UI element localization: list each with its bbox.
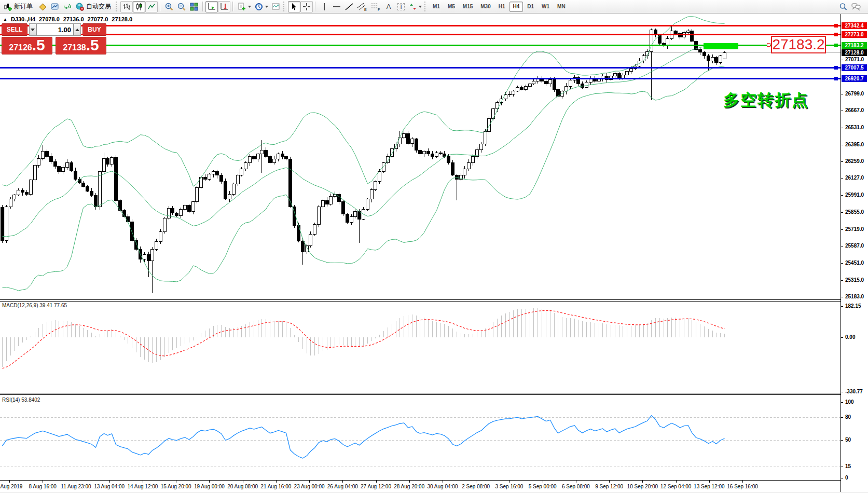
timeframe-button-M5[interactable]: M5 — [444, 2, 459, 12]
periods-dropdown-caret — [265, 6, 268, 8]
current-price-badge: 27128.0 — [842, 49, 867, 56]
sell-button[interactable]: SELL — [2, 23, 27, 36]
rsi-label: RSI(14) 53.8402 — [2, 397, 40, 403]
time-axis[interactable]: 7 Aug 20198 Aug 16:0011 Aug 23:0013 Aug … — [0, 481, 841, 492]
timeframe-button-M15[interactable]: M15 — [459, 2, 476, 12]
indicators-dropdown-caret — [248, 6, 251, 8]
market-watch-button[interactable] — [49, 1, 61, 12]
toolbar-grip[interactable] — [424, 2, 427, 11]
toolbar-grip[interactable] — [283, 2, 286, 11]
line-chart-button[interactable] — [145, 1, 158, 12]
rsi-panel-chart — [0, 395, 841, 480]
new-order-button[interactable]: 新订单 — [2, 1, 36, 12]
timeframe-button-W1[interactable]: W1 — [538, 2, 553, 12]
price-tick-label: 25183.0 — [845, 294, 864, 299]
toolbar-separator — [315, 2, 316, 11]
timeframe-button-M1[interactable]: M1 — [429, 2, 444, 12]
time-tick-mark — [109, 481, 110, 483]
cursor-tool-button[interactable] — [288, 1, 300, 12]
zoom-out-icon — [177, 2, 186, 11]
autotrading-label: 自动交易 — [86, 2, 111, 11]
timeframe-button-M30[interactable]: M30 — [477, 2, 494, 12]
indicators-button[interactable] — [236, 1, 253, 12]
zoom-in-button[interactable] — [163, 1, 175, 12]
periods-icon — [254, 2, 264, 11]
trendline-tool-button[interactable] — [343, 1, 355, 12]
price-tick-label: 25991.0 — [845, 192, 864, 198]
text-label-letter: T — [397, 3, 405, 10]
sell-price-button[interactable]: 27126 .5 — [2, 37, 52, 54]
fibonacci-tool-button[interactable]: F — [369, 1, 382, 12]
candles-chart-button[interactable] — [133, 1, 145, 12]
time-tick-mark — [676, 481, 677, 483]
price-tick-label: 26395.0 — [845, 142, 864, 147]
equidistant-channel-tool-button[interactable]: E — [355, 1, 369, 12]
chart-title: ▲ DJ30-,H4 27078.0 27136.0 27077.0 27128… — [3, 16, 132, 22]
buy-price-button[interactable]: 27138 .5 — [56, 37, 106, 54]
metaeditor-button[interactable] — [36, 1, 49, 12]
templates-button[interactable] — [270, 1, 282, 12]
axis-tick-mark — [841, 467, 843, 467]
rsi-splitter[interactable] — [0, 393, 866, 395]
timeframe-button-D1[interactable]: D1 — [523, 2, 538, 12]
time-tick-mark — [43, 481, 43, 483]
volume-field[interactable]: 1.00 — [36, 23, 74, 36]
axis-tick-mark — [841, 280, 843, 281]
text-tool-button[interactable]: A — [382, 1, 395, 12]
buy-button[interactable]: BUY — [82, 23, 106, 36]
time-tick-mark — [509, 481, 509, 483]
axis-tick-mark — [841, 306, 843, 307]
timeframe-button-H1[interactable]: H1 — [495, 2, 509, 12]
zoom-out-button[interactable] — [175, 1, 188, 12]
price-tick-label: 26531.0 — [845, 125, 864, 130]
price-line-badge: 27273.0 — [842, 31, 867, 38]
buy-price-frac: .5 — [86, 37, 99, 53]
signals-button[interactable] — [61, 1, 74, 12]
chart-shift-button[interactable] — [218, 1, 230, 12]
candlestick-chart — [0, 15, 841, 299]
time-tick-mark — [543, 481, 543, 483]
volume-increase-button[interactable] — [74, 23, 81, 36]
axis-tick-mark — [841, 229, 843, 230]
tile-windows-icon — [189, 2, 199, 11]
time-tick-mark — [243, 481, 243, 483]
one-click-collapse-toggle[interactable]: ▲ — [3, 17, 7, 22]
auto-scroll-button[interactable] — [205, 1, 218, 12]
price-axis[interactable]: 27071.026799.026667.026531.026395.026259… — [841, 14, 868, 492]
channel-letter: E — [364, 8, 367, 11]
axis-tick-mark — [841, 297, 843, 297]
tile-windows-button[interactable] — [188, 1, 200, 12]
axis-tick-mark — [841, 111, 843, 111]
chat-button[interactable] — [849, 1, 863, 12]
search-button[interactable] — [837, 1, 849, 12]
arrows-icon — [409, 3, 417, 11]
price-tick-label: 25315.0 — [845, 277, 864, 283]
timeframe-button-H4[interactable]: H4 — [509, 2, 523, 12]
price-callout-label[interactable]: 27183.2 — [771, 36, 826, 53]
time-tick-label: 16 Sep 16:00 — [723, 484, 762, 489]
chart-annotation-text[interactable]: 多空转折点 — [723, 89, 809, 111]
bars-chart-button[interactable] — [120, 1, 133, 12]
arrows-tool-button[interactable] — [407, 1, 423, 12]
vertical-line-tool-button[interactable] — [318, 1, 330, 12]
macd-splitter[interactable] — [0, 299, 866, 302]
text-label-tool-button[interactable]: T — [395, 1, 407, 12]
autotrading-icon — [75, 2, 85, 11]
volume-decrease-button[interactable] — [29, 23, 36, 36]
axis-tick-mark — [841, 178, 843, 179]
timeframe-button-MN[interactable]: MN — [554, 2, 569, 12]
toolbar-grip[interactable] — [116, 2, 118, 11]
rsi-tick-label: 100 — [845, 399, 854, 405]
crosshair-tool-button[interactable] — [300, 1, 313, 12]
axis-tick-mark — [841, 402, 843, 403]
triangle-down-icon — [31, 29, 35, 31]
horizontal-line-tool-button[interactable] — [330, 1, 343, 12]
axis-tick-mark — [841, 440, 843, 441]
buy-button-label: BUY — [88, 26, 101, 33]
price-tick-label: 25451.0 — [845, 260, 864, 266]
autotrading-button[interactable]: 自动交易 — [74, 1, 115, 12]
axis-tick-mark — [841, 417, 843, 418]
periods-button[interactable] — [253, 1, 270, 12]
label-anchor-handle[interactable] — [767, 43, 770, 47]
macd-tick-label: -330.77 — [845, 389, 863, 394]
